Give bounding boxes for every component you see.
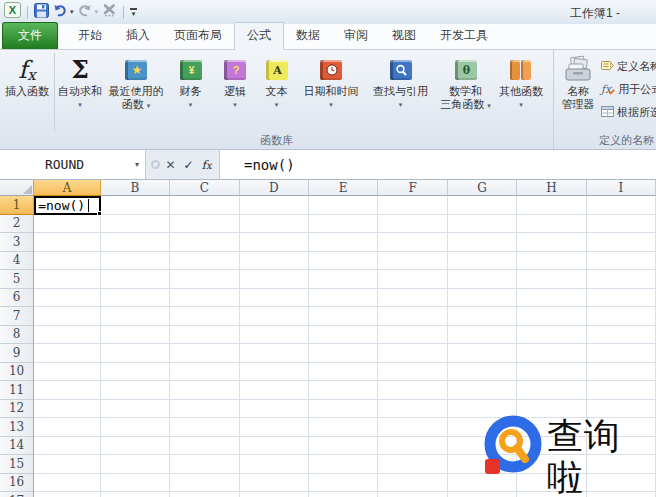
cell-G6[interactable] (448, 289, 517, 308)
cell-D5[interactable] (240, 270, 309, 289)
cell-F17[interactable] (378, 492, 447, 497)
cell-C17[interactable] (170, 492, 239, 497)
cell-D9[interactable] (240, 344, 309, 363)
cell-G8[interactable] (448, 326, 517, 345)
cell-E16[interactable] (309, 474, 378, 493)
name-manager-button[interactable]: 名称 管理器 (555, 50, 601, 132)
row-header-13[interactable]: 13 (0, 418, 34, 437)
qat-more-button[interactable]: ▾ (130, 8, 137, 16)
cell-E17[interactable] (309, 492, 378, 497)
cell-E11[interactable] (309, 381, 378, 400)
cell-A5[interactable] (34, 270, 100, 289)
cell-H1[interactable] (517, 196, 586, 215)
cell-D6[interactable] (240, 289, 309, 308)
cell-H10[interactable] (517, 363, 586, 382)
cell-H7[interactable] (517, 307, 586, 326)
cell-D2[interactable] (240, 215, 309, 234)
undo-dropdown-icon[interactable]: ▾ (70, 8, 74, 16)
recently-used-button[interactable]: ★ 最近使用的 函数 ▾ (105, 50, 167, 132)
cell-C2[interactable] (170, 215, 239, 234)
column-header-F[interactable]: F (378, 180, 447, 196)
cell-H8[interactable] (517, 326, 586, 345)
select-all-corner[interactable] (0, 180, 34, 196)
cell-C9[interactable] (170, 344, 239, 363)
cell-A8[interactable] (34, 326, 100, 345)
tab-data[interactable]: 数据 (284, 23, 332, 49)
cell-A3[interactable] (34, 233, 100, 252)
cell-F9[interactable] (378, 344, 447, 363)
cell-H2[interactable] (517, 215, 586, 234)
formula-input[interactable]: =now() (219, 150, 656, 179)
cell-E8[interactable] (309, 326, 378, 345)
date-time-button[interactable]: 日期和时间 ▾ (297, 50, 365, 132)
lookup-reference-button[interactable]: 查找与引用 ▾ (365, 50, 436, 132)
cell-A13[interactable] (34, 418, 100, 437)
cell-C10[interactable] (170, 363, 239, 382)
tab-home[interactable]: 开始 (66, 23, 114, 49)
cell-G4[interactable] (448, 252, 517, 271)
cell-D7[interactable] (240, 307, 309, 326)
row-header-16[interactable]: 16 (0, 474, 34, 493)
cell-H11[interactable] (517, 381, 586, 400)
row-header-1[interactable]: 1 (0, 196, 34, 215)
cell-I5[interactable] (587, 270, 656, 289)
excel-app-icon[interactable]: X (4, 2, 21, 22)
cell-B5[interactable] (101, 270, 170, 289)
cell-G2[interactable] (448, 215, 517, 234)
cell-I2[interactable] (587, 215, 656, 234)
cell-D3[interactable] (240, 233, 309, 252)
cell-B7[interactable] (101, 307, 170, 326)
more-functions-button[interactable]: 其他函数 ▾ (495, 50, 547, 132)
cell-A11[interactable] (34, 381, 100, 400)
cell-F15[interactable] (378, 455, 447, 474)
row-header-14[interactable]: 14 (0, 437, 34, 456)
cell-G10[interactable] (448, 363, 517, 382)
cell-B13[interactable] (101, 418, 170, 437)
row-header-15[interactable]: 15 (0, 455, 34, 474)
cell-I8[interactable] (587, 326, 656, 345)
cell-E3[interactable] (309, 233, 378, 252)
cell-I10[interactable] (587, 363, 656, 382)
cell-B15[interactable] (101, 455, 170, 474)
cell-D14[interactable] (240, 437, 309, 456)
cell-B10[interactable] (101, 363, 170, 382)
row-header-7[interactable]: 7 (0, 307, 34, 326)
cell-A12[interactable] (34, 400, 100, 419)
cell-A15[interactable] (34, 455, 100, 474)
cell-E12[interactable] (309, 400, 378, 419)
create-from-selection-button[interactable]: 根据所选内容 (601, 105, 656, 120)
cell-B6[interactable] (101, 289, 170, 308)
row-header-4[interactable]: 4 (0, 252, 34, 271)
cell-D10[interactable] (240, 363, 309, 382)
cell-G7[interactable] (448, 307, 517, 326)
cell-E4[interactable] (309, 252, 378, 271)
cell-A2[interactable] (34, 215, 100, 234)
insert-function-fx-button[interactable]: fx (199, 158, 214, 172)
cell-B11[interactable] (101, 381, 170, 400)
text-button[interactable]: A 文本 ▾ (256, 50, 297, 132)
cell-F6[interactable] (378, 289, 447, 308)
cell-E2[interactable] (309, 215, 378, 234)
cell-H5[interactable] (517, 270, 586, 289)
cell-F4[interactable] (378, 252, 447, 271)
cell-B16[interactable] (101, 474, 170, 493)
column-header-E[interactable]: E (309, 180, 378, 196)
cell-D17[interactable] (240, 492, 309, 497)
cell-E6[interactable] (309, 289, 378, 308)
cell-A17[interactable] (34, 492, 100, 497)
name-box-dropdown-icon[interactable]: ▾ (129, 160, 145, 169)
save-button[interactable] (34, 3, 49, 22)
cell-I7[interactable] (587, 307, 656, 326)
insert-function-button[interactable]: fx 插入函数 (0, 50, 54, 132)
cell-F8[interactable] (378, 326, 447, 345)
cell-F14[interactable] (378, 437, 447, 456)
column-header-D[interactable]: D (240, 180, 309, 196)
cell-H9[interactable] (517, 344, 586, 363)
logical-button[interactable]: ? 逻辑 ▾ (214, 50, 256, 132)
column-header-C[interactable]: C (170, 180, 239, 196)
cell-I3[interactable] (587, 233, 656, 252)
cell-A10[interactable] (34, 363, 100, 382)
cell-A4[interactable] (34, 252, 100, 271)
cell-I6[interactable] (587, 289, 656, 308)
name-box[interactable]: ROUND ▾ (0, 150, 146, 179)
